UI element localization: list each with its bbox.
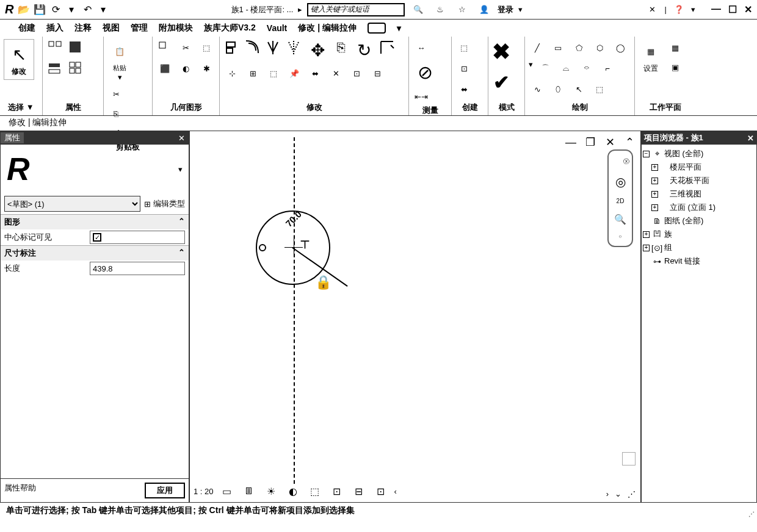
length-value-input[interactable]: 439.8 <box>90 262 185 275</box>
spline-icon[interactable]: ∿ <box>529 81 546 98</box>
family-types-icon[interactable] <box>46 60 63 77</box>
group-graphics[interactable]: 图形 ⌃ <box>1 214 189 229</box>
sync-icon[interactable]: ⟳ <box>49 3 62 16</box>
center-mark-checkbox[interactable]: ✓ <box>90 231 185 244</box>
expand-icon[interactable]: + <box>651 191 658 198</box>
polygon2-icon[interactable]: ⬡ <box>591 39 608 56</box>
constraint-lock-icon[interactable]: 🔒 <box>315 275 331 290</box>
workplane-viewer-icon[interactable]: ▣ <box>667 59 684 76</box>
mirror-pick-icon[interactable] <box>265 39 282 56</box>
cut-geom-icon[interactable]: ✂ <box>177 39 194 56</box>
scroll-left-icon[interactable]: ‹ <box>394 487 397 496</box>
properties-help[interactable]: 属性帮助 <box>4 483 36 498</box>
dim-icon[interactable]: ⇤⇥ <box>413 88 430 105</box>
tree-node-families[interactable]: + 凹 族 <box>643 228 755 241</box>
nav-wheel-icon[interactable]: ◎ <box>615 174 626 189</box>
rectangle-icon[interactable]: ▭ <box>549 39 567 56</box>
reference-plane-vertical[interactable] <box>294 137 295 484</box>
fillet-icon[interactable]: ⌐ <box>599 60 616 77</box>
create-group-icon[interactable]: ⊡ <box>455 60 473 77</box>
type-properties-icon[interactable] <box>67 39 84 56</box>
measure-icon[interactable]: ⊘ <box>413 60 437 84</box>
workplane-show-icon[interactable]: ▦ <box>667 39 684 56</box>
expand-icon[interactable]: + <box>643 231 650 238</box>
view-scale[interactable]: 1 : 20 <box>194 487 214 496</box>
open-icon[interactable]: 📂 <box>17 3 31 16</box>
crop-view-icon[interactable]: ⬚ <box>306 483 324 500</box>
minimize-button[interactable]: — <box>711 4 721 15</box>
resize-grip-icon[interactable]: ⋰ <box>748 511 755 517</box>
detail-level-icon[interactable]: ▭ <box>219 483 236 500</box>
scroll-up-icon[interactable]: ⌃ <box>621 134 638 151</box>
mirror-draw-icon[interactable] <box>286 39 303 56</box>
group1-icon[interactable]: ⊡ <box>348 65 365 82</box>
expand-icon[interactable]: + <box>643 245 650 251</box>
tab-insert[interactable]: 插入 <box>46 23 63 34</box>
ellipse-icon[interactable]: ⬯ <box>549 81 567 98</box>
lock-3d-icon[interactable]: ⊟ <box>350 483 368 500</box>
modify-button-label[interactable]: 修改 <box>12 66 26 77</box>
tab-create[interactable]: 创建 <box>18 23 35 34</box>
cancel-mode-icon[interactable]: ✖ <box>492 39 510 65</box>
tree-node-3d[interactable]: + 三维视图 <box>651 187 755 201</box>
expand-icon[interactable]: + <box>651 204 658 211</box>
search-icon[interactable]: 🔍 <box>410 1 427 18</box>
account-icon[interactable]: ♨ <box>432 1 449 18</box>
drawing-canvas[interactable]: — ❐ ✕ ⌃ ⓧ ◎ 2D 🔍 ○ 70.0 ⊢ 🔒 1 : 20 ▭ 🗏 ☀… <box>189 131 641 503</box>
tree-node-elevation[interactable]: + 立面 (立面 1) <box>651 201 755 214</box>
type-dropdown-icon[interactable]: ▾ <box>178 165 183 174</box>
paste-dropdown-icon[interactable]: ▾ <box>118 73 122 82</box>
tab-manage[interactable]: 管理 <box>131 23 148 34</box>
expand-icon[interactable]: + <box>651 178 658 184</box>
expand-icon[interactable]: + <box>651 164 658 171</box>
offset-icon[interactable] <box>244 39 261 56</box>
tab-addins[interactable]: 附加模块 <box>159 23 193 34</box>
copy-icon[interactable]: ⎘ <box>107 105 125 122</box>
camera-icon[interactable] <box>368 23 386 34</box>
exchange-icon[interactable]: ✕ <box>644 1 661 18</box>
close-button[interactable]: ✕ <box>744 4 752 15</box>
tree-node-views[interactable]: − ⌖ 视图 (全部) <box>643 147 755 160</box>
help-icon[interactable]: ❓ <box>670 1 687 18</box>
workplane-set-icon[interactable]: ▦ <box>639 39 663 63</box>
undo-icon[interactable]: ↶ <box>81 3 94 16</box>
login-dropdown-icon[interactable]: ▾ <box>518 5 523 14</box>
tree-node-links[interactable]: ⊶ Revit 链接 <box>643 254 755 268</box>
line-icon[interactable]: ╱ <box>529 39 546 56</box>
browser-close-icon[interactable]: ✕ <box>747 134 754 143</box>
scroll-down-icon[interactable]: ⌄ <box>615 489 621 498</box>
pin-icon[interactable]: 📌 <box>286 65 303 82</box>
dropdown-icon[interactable]: ▾ <box>65 3 78 16</box>
pick-lines-icon[interactable]: ↖ <box>570 81 587 98</box>
tree-node-ceiling[interactable]: + 天花板平面 <box>651 174 755 187</box>
cope-icon[interactable] <box>156 39 173 56</box>
scale-icon[interactable]: ⬚ <box>265 65 282 82</box>
nav-more-icon[interactable]: ○ <box>619 234 622 239</box>
arc3-icon[interactable]: ⌔ <box>578 60 595 77</box>
sketch-endpoint[interactable] <box>259 244 266 251</box>
login-link[interactable]: 登录 <box>498 4 513 15</box>
group-dimensions[interactable]: 尺寸标注 ⌃ <box>1 245 189 261</box>
finish-mode-icon[interactable]: ✔ <box>493 71 510 94</box>
circle-icon[interactable]: ◯ <box>612 39 629 56</box>
rotate-icon[interactable]: ↻ <box>353 39 375 61</box>
cursor-icon[interactable]: ↖ <box>7 42 31 66</box>
tab-family-master[interactable]: 族库大师V3.2 <box>204 23 256 34</box>
tab-annotate[interactable]: 注释 <box>74 23 92 34</box>
navigation-bar[interactable]: ⓧ ◎ 2D 🔍 ○ <box>607 149 633 247</box>
shadows-icon[interactable]: ◐ <box>284 483 302 500</box>
apply-button[interactable]: 应用 <box>145 483 185 498</box>
help-dropdown-icon[interactable]: ▾ <box>691 5 695 14</box>
grid-icon[interactable] <box>67 60 84 77</box>
nav-zoom-icon[interactable]: 🔍 <box>614 214 626 225</box>
edit-type-button[interactable]: ⊞ 编辑类型 <box>144 198 185 209</box>
crop-region-icon[interactable] <box>622 452 636 466</box>
dropdown-icon[interactable]: ▾ <box>96 3 110 16</box>
sun-path-icon[interactable]: ☀ <box>263 483 280 500</box>
delete-icon[interactable]: ✕ <box>327 65 344 82</box>
reveal-hidden-icon[interactable]: ⊡ <box>372 483 389 500</box>
collapse-icon[interactable]: − <box>643 151 650 157</box>
tab-vault[interactable]: Vault <box>267 23 287 33</box>
view-minimize-icon[interactable]: — <box>562 134 579 151</box>
unpin-icon[interactable]: ⬌ <box>306 65 324 82</box>
